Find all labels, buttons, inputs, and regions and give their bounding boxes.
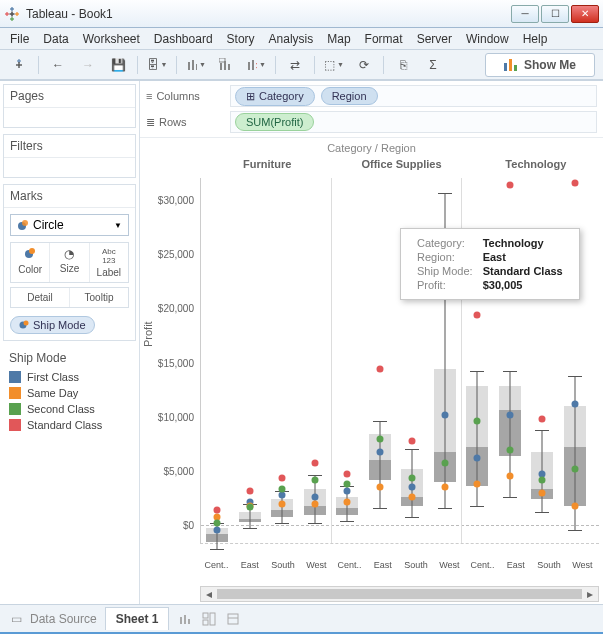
redo-button[interactable]: → — [77, 54, 99, 76]
connect-data-button[interactable]: 🗄▼ — [146, 54, 168, 76]
data-point[interactable] — [311, 477, 318, 484]
legend-item[interactable]: Second Class — [3, 401, 136, 417]
scroll-left-button[interactable]: ◂ — [201, 587, 217, 601]
data-point[interactable] — [474, 312, 481, 319]
menu-analysis[interactable]: Analysis — [269, 32, 314, 46]
columns-shelf[interactable]: ≡Columns ⊞Category Region — [142, 83, 601, 109]
menu-dashboard[interactable]: Dashboard — [154, 32, 213, 46]
menu-map[interactable]: Map — [327, 32, 350, 46]
menu-format[interactable]: Format — [365, 32, 403, 46]
legend-item[interactable]: Same Day — [3, 385, 136, 401]
clear-sheet-button[interactable]: ✕▼ — [245, 54, 267, 76]
data-point[interactable] — [441, 459, 448, 466]
maximize-button[interactable]: ☐ — [541, 5, 569, 23]
data-point[interactable] — [376, 448, 383, 455]
marks-color-button[interactable]: Color — [11, 243, 50, 282]
data-point[interactable] — [441, 483, 448, 490]
data-point[interactable] — [571, 179, 578, 186]
data-point[interactable] — [409, 474, 416, 481]
marks-size-button[interactable]: ◔Size — [50, 243, 89, 282]
horizontal-scrollbar[interactable]: ◂ ▸ — [200, 586, 599, 602]
close-button[interactable]: ✕ — [571, 5, 599, 23]
data-point[interactable] — [539, 490, 546, 497]
data-point[interactable] — [376, 483, 383, 490]
marks-color-field[interactable]: Ship Mode — [10, 316, 95, 334]
box-whisker[interactable] — [206, 178, 228, 558]
data-point[interactable] — [344, 498, 351, 505]
scroll-track[interactable] — [217, 589, 582, 599]
data-point[interactable] — [474, 481, 481, 488]
data-point[interactable] — [571, 466, 578, 473]
data-point[interactable] — [539, 416, 546, 423]
data-point[interactable] — [409, 437, 416, 444]
filters-shelf[interactable]: Filters — [3, 134, 136, 178]
undo-button[interactable]: ← — [47, 54, 69, 76]
legend-item[interactable]: First Class — [3, 369, 136, 385]
data-point[interactable] — [571, 503, 578, 510]
menu-window[interactable]: Window — [466, 32, 509, 46]
data-point[interactable] — [344, 470, 351, 477]
data-point[interactable] — [539, 477, 546, 484]
data-point[interactable] — [474, 455, 481, 462]
menu-story[interactable]: Story — [227, 32, 255, 46]
data-point[interactable] — [376, 366, 383, 373]
data-point[interactable] — [409, 483, 416, 490]
marks-detail-button[interactable]: Detail — [11, 288, 70, 307]
menu-worksheet[interactable]: Worksheet — [83, 32, 140, 46]
marks-label-button[interactable]: Abc123Label — [90, 243, 128, 282]
data-point[interactable] — [344, 487, 351, 494]
data-point[interactable] — [506, 472, 513, 479]
save-button[interactable]: 💾 — [107, 54, 129, 76]
data-point[interactable] — [214, 526, 221, 533]
menu-file[interactable]: File — [10, 32, 29, 46]
pill-region[interactable]: Region — [321, 87, 378, 105]
data-point[interactable] — [279, 500, 286, 507]
data-point[interactable] — [344, 481, 351, 488]
data-point[interactable] — [441, 411, 448, 418]
menu-data[interactable]: Data — [43, 32, 68, 46]
data-point[interactable] — [571, 401, 578, 408]
start-page-button[interactable] — [8, 54, 30, 76]
pages-shelf[interactable]: Pages — [3, 84, 136, 128]
marks-type-select[interactable]: Circle ▼ — [10, 214, 129, 236]
data-point[interactable] — [376, 435, 383, 442]
data-source-tab[interactable]: ▭Data Source — [8, 611, 97, 627]
sort-asc-button[interactable]: ⬚▼ — [323, 54, 345, 76]
swap-button[interactable]: ⇄ — [284, 54, 306, 76]
menu-help[interactable]: Help — [523, 32, 548, 46]
legend-item[interactable]: Standard Class — [3, 417, 136, 433]
menu-server[interactable]: Server — [417, 32, 452, 46]
data-point[interactable] — [311, 500, 318, 507]
rows-shelf[interactable]: ≣Rows SUM(Profit) — [142, 109, 601, 135]
data-point[interactable] — [214, 507, 221, 514]
visualization[interactable]: Category / Region FurnitureOffice Suppli… — [140, 138, 603, 604]
data-point[interactable] — [506, 181, 513, 188]
data-point[interactable] — [506, 411, 513, 418]
new-worksheet-button[interactable]: ▼ — [185, 54, 207, 76]
new-worksheet-icon[interactable] — [177, 611, 193, 627]
data-point[interactable] — [279, 474, 286, 481]
marks-tooltip-button[interactable]: Tooltip — [70, 288, 128, 307]
totals-button[interactable]: Σ — [422, 54, 444, 76]
data-point[interactable] — [279, 485, 286, 492]
data-point[interactable] — [474, 418, 481, 425]
pill-profit[interactable]: SUM(Profit) — [235, 113, 314, 131]
data-point[interactable] — [214, 520, 221, 527]
duplicate-sheet-button[interactable] — [215, 54, 237, 76]
group-button[interactable]: ⎘ — [392, 54, 414, 76]
new-story-icon[interactable] — [225, 611, 241, 627]
new-dashboard-icon[interactable] — [201, 611, 217, 627]
show-me-button[interactable]: Show Me — [485, 53, 595, 77]
scroll-right-button[interactable]: ▸ — [582, 587, 598, 601]
pill-category[interactable]: ⊞Category — [235, 87, 315, 106]
data-point[interactable] — [311, 459, 318, 466]
refresh-button[interactable]: ⟳ — [353, 54, 375, 76]
scroll-thumb[interactable] — [217, 589, 582, 599]
data-point[interactable] — [246, 504, 253, 511]
sheet-tab[interactable]: Sheet 1 — [105, 607, 170, 630]
data-point[interactable] — [279, 492, 286, 499]
data-point[interactable] — [409, 494, 416, 501]
data-point[interactable] — [506, 446, 513, 453]
minimize-button[interactable]: ─ — [511, 5, 539, 23]
data-point[interactable] — [246, 487, 253, 494]
